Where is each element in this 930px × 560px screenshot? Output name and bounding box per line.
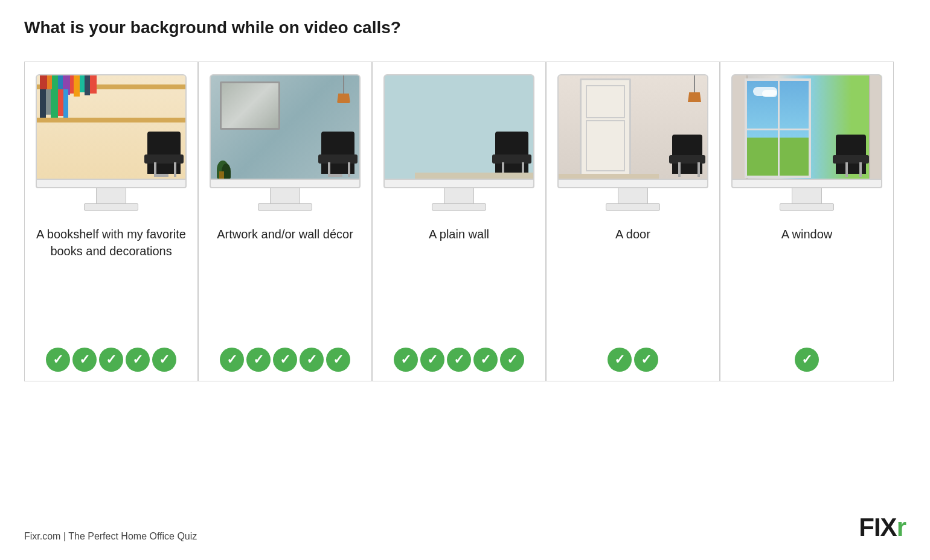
checkmarks-bookshelf: ✓ ✓ ✓ ✓ ✓ [46, 345, 176, 372]
check-p1: ✓ [394, 348, 418, 372]
checkmarks-window: ✓ [795, 345, 819, 372]
monitor-neck-3 [444, 188, 474, 203]
scene-bookshelf [37, 75, 185, 179]
check-2: ✓ [72, 348, 97, 372]
footer-text: Fixr.com | The Perfect Home Office Quiz [24, 531, 197, 542]
check-p4: ✓ [473, 348, 498, 372]
monitor-foot-4 [606, 203, 660, 211]
checkmarks-plain: ✓ ✓ ✓ ✓ ✓ [394, 345, 524, 372]
card-label-bookshelf: A bookshelf with my favorite books and d… [34, 226, 188, 336]
check-a5: ✓ [326, 348, 350, 372]
checkmarks-artwork: ✓ ✓ ✓ ✓ ✓ [220, 345, 350, 372]
monitor-artwork [210, 74, 361, 211]
monitor-screen-window [731, 74, 882, 180]
cards-row: A bookshelf with my favorite books and d… [24, 62, 906, 495]
logo-r: r [897, 513, 906, 541]
monitor-bottom-bar-5 [731, 180, 882, 188]
card-door[interactable]: A door ✓ ✓ [546, 62, 720, 381]
footer: Fixr.com | The Perfect Home Office Quiz … [24, 513, 906, 548]
monitor-foot-2 [258, 203, 312, 211]
check-a2: ✓ [246, 348, 271, 372]
card-label-artwork: Artwork and/or wall décor [217, 226, 353, 336]
check-w1: ✓ [795, 348, 819, 372]
monitor-bottom-bar-2 [210, 180, 361, 188]
page-title: What is your background while on video c… [24, 18, 906, 37]
monitor-plain [383, 74, 534, 211]
monitor-neck-2 [270, 188, 300, 203]
card-window[interactable]: A window ✓ [720, 62, 894, 381]
check-4: ✓ [126, 348, 150, 372]
page-container: What is your background while on video c… [0, 0, 930, 560]
monitor-screen-plain [383, 74, 534, 180]
monitor-screen-door [557, 74, 708, 180]
card-label-plain: A plain wall [429, 226, 489, 336]
card-label-window: A window [781, 226, 833, 336]
monitor-door [557, 74, 708, 211]
monitor-bookshelf [36, 74, 187, 211]
monitor-screen-bookshelf [36, 74, 187, 180]
check-d2: ✓ [634, 348, 658, 372]
logo: FIXr [859, 513, 906, 542]
logo-text: FIX [859, 513, 896, 541]
check-p3: ✓ [447, 348, 471, 372]
monitor-window [731, 74, 882, 211]
monitor-foot-3 [432, 203, 486, 211]
monitor-neck-4 [618, 188, 648, 203]
check-d1: ✓ [608, 348, 632, 372]
monitor-neck-5 [792, 188, 822, 203]
scene-window [733, 75, 881, 179]
monitor-bottom-bar-1 [36, 180, 187, 188]
scene-artwork [211, 75, 359, 179]
card-label-door: A door [615, 226, 650, 336]
card-plain-wall[interactable]: A plain wall ✓ ✓ ✓ ✓ ✓ [372, 62, 546, 381]
scene-door [559, 75, 707, 179]
monitor-bottom-bar-3 [383, 180, 534, 188]
monitor-bottom-bar-4 [557, 180, 708, 188]
check-a1: ✓ [220, 348, 244, 372]
card-artwork[interactable]: Artwork and/or wall décor ✓ ✓ ✓ ✓ ✓ [198, 62, 372, 381]
scene-plain [385, 75, 533, 179]
monitor-foot-1 [84, 203, 138, 211]
check-1: ✓ [46, 348, 70, 372]
monitor-neck-1 [96, 188, 126, 203]
monitor-screen-artwork [210, 74, 361, 180]
check-5: ✓ [152, 348, 176, 372]
checkmarks-door: ✓ ✓ [608, 345, 658, 372]
check-a3: ✓ [273, 348, 297, 372]
card-bookshelf[interactable]: A bookshelf with my favorite books and d… [24, 62, 198, 381]
monitor-foot-5 [780, 203, 834, 211]
check-a4: ✓ [300, 348, 324, 372]
check-p5: ✓ [500, 348, 524, 372]
check-p2: ✓ [420, 348, 444, 372]
check-3: ✓ [99, 348, 123, 372]
